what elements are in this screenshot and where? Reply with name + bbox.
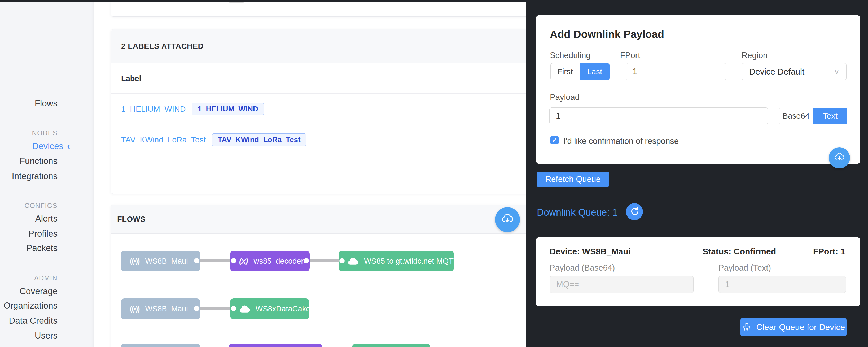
sidebar-group-configs: CONFIGS	[25, 199, 58, 212]
flow-node-label: ws85_decoder	[253, 257, 304, 265]
flow-node-label: WS8B_Maui	[145, 257, 188, 265]
connector-dot	[339, 258, 345, 263]
clear-broom-icon	[742, 322, 752, 332]
sidebar-item-devices[interactable]: Devices‹	[32, 139, 70, 153]
region-select-value: Device Default	[749, 67, 804, 77]
scheduling-last-button[interactable]: Last	[580, 63, 610, 80]
label-link[interactable]: 1_HELIUM_WIND	[121, 105, 186, 114]
queued-downlink-card: Device: WS8B_Maui Status: Confirmed FPor…	[536, 237, 860, 307]
flow-node-integration[interactable]: WS8xDataCake	[230, 298, 309, 319]
flow-node-device[interactable]: ((•)) WS8B_Maui	[121, 251, 200, 271]
add-downlink-card: Add Downlink Payload Scheduling FPort Re…	[536, 15, 860, 164]
antenna-icon: ((•))	[130, 305, 139, 313]
flows-card-title: FLOWS	[117, 215, 146, 224]
scheduling-segmented: First Last	[550, 63, 610, 80]
base64-button[interactable]: Base64	[779, 108, 813, 124]
flow-node-device-partial[interactable]	[121, 344, 200, 347]
refetch-queue-button[interactable]: Refetch Queue	[536, 172, 609, 187]
sidebar-item-profiles[interactable]: Profiles	[28, 227, 58, 241]
sidebar-item-coverage[interactable]: Coverage	[20, 284, 58, 298]
connector-dot	[231, 306, 236, 311]
top-dark-bar	[0, 0, 868, 2]
check-icon: ✓	[552, 137, 557, 144]
cloud-icon	[239, 305, 250, 313]
flow-connector	[197, 259, 234, 262]
sidebar-item-functions[interactable]: Functions	[20, 154, 58, 168]
text-button[interactable]: Text	[813, 108, 847, 124]
refresh-queue-button[interactable]	[626, 203, 643, 220]
flow-node-label: WS85 to gt.wildc.net MQTT	[364, 257, 454, 265]
sidebar-item-data-credits[interactable]: Data Credits	[9, 314, 58, 328]
payload-base64-value	[550, 276, 693, 293]
chevron-down-icon: ∨	[834, 68, 840, 75]
chevron-left-icon: ‹	[67, 141, 70, 151]
fport-input[interactable]	[626, 63, 726, 80]
sidebar-group-admin: ADMIN	[34, 271, 58, 285]
labels-attached-card: 2 LABELS ATTACHED Label 1_HELIUM_WIND 1_…	[111, 29, 528, 194]
table-row: TAV_KWind_LoRa_Test TAV_KWind_LoRa_Test	[111, 124, 528, 155]
flow-node-integration-partial[interactable]	[352, 344, 430, 347]
sidebar-item-users[interactable]: Users	[35, 329, 58, 343]
clear-queue-label: Clear Queue for Device	[756, 322, 845, 332]
queued-status: Status: Confirmed	[703, 247, 776, 257]
label-link[interactable]: TAV_KWind_LoRa_Test	[121, 135, 206, 144]
sidebar-item-organizations[interactable]: Organizations	[3, 299, 58, 313]
flow-node-function-partial[interactable]	[229, 344, 322, 347]
payload-input[interactable]	[549, 108, 768, 124]
flow-connector	[306, 259, 342, 262]
flow-node-integration[interactable]: WS85 to gt.wildc.net MQTT	[339, 251, 454, 271]
scheduling-label: Scheduling	[550, 51, 590, 60]
cloud-download-icon	[500, 212, 514, 227]
sidebar: Flows NODES Devices‹ Functions Integrati…	[0, 0, 94, 347]
top-partial-card	[111, 2, 528, 17]
antenna-icon: ((•))	[130, 257, 139, 265]
region-label: Region	[742, 51, 768, 60]
sidebar-group-nodes: NODES	[32, 126, 58, 140]
drawer-title: Add Downlink Payload	[550, 28, 664, 40]
flow-node-device[interactable]: ((•)) WS8B_Maui	[121, 298, 200, 319]
payload-base64-label: Payload (Base64)	[550, 263, 615, 273]
queued-device-name: Device: WS8B_Maui	[550, 247, 631, 257]
flow-node-function[interactable]: (x) ws85_decoder	[230, 251, 310, 271]
sidebar-item-integrations[interactable]: Integrations	[12, 169, 58, 183]
flow-node-label: WS8B_Maui	[145, 305, 188, 313]
refresh-icon	[630, 206, 639, 217]
connector-dot	[194, 306, 199, 311]
labels-column-header: Label	[111, 63, 528, 94]
fport-label: FPort	[620, 51, 640, 60]
flow-connector	[197, 307, 234, 310]
sidebar-item-devices-label: Devices	[32, 141, 63, 151]
cloud-icon	[348, 257, 358, 265]
sidebar-item-packets[interactable]: Packets	[27, 241, 58, 255]
sidebar-item-alerts[interactable]: Alerts	[35, 212, 58, 226]
confirmation-checkbox-label[interactable]: I'd like confirmation of response	[563, 136, 679, 146]
flows-download-button[interactable]	[495, 207, 520, 232]
flow-node-label: WS8xDataCake	[255, 305, 309, 313]
payload-text-value	[718, 276, 846, 293]
scheduling-first-button[interactable]: First	[550, 63, 580, 80]
payload-encoding-segmented: Base64 Text	[779, 108, 847, 124]
table-row: 1_HELIUM_WIND 1_HELIUM_WIND	[111, 94, 528, 124]
submit-downlink-button[interactable]	[829, 147, 850, 169]
payload-text-label: Payload (Text)	[718, 263, 771, 273]
sidebar-item-flows[interactable]: Flows	[35, 96, 58, 110]
connector-dot	[231, 258, 236, 263]
downlink-queue-label: Downlink Queue: 1	[537, 207, 617, 218]
flows-card-header: FLOWS	[111, 205, 528, 234]
connector-dot	[304, 258, 309, 263]
cloud-download-icon	[834, 151, 845, 164]
flows-card: FLOWS ((•)) WS8B_Maui (x) ws85_decoder	[111, 205, 528, 347]
labels-card-title: 2 LABELS ATTACHED	[121, 42, 204, 51]
clear-queue-button[interactable]: Clear Queue for Device	[741, 318, 846, 336]
queued-fport: FPort: 1	[813, 247, 845, 257]
label-tag[interactable]: 1_HELIUM_WIND	[192, 103, 264, 115]
downlink-drawer: Add Downlink Payload Scheduling FPort Re…	[526, 0, 868, 347]
function-icon: (x)	[239, 257, 248, 265]
labels-card-header: 2 LABELS ATTACHED	[111, 29, 528, 63]
app-root: Flows NODES Devices‹ Functions Integrati…	[0, 0, 868, 347]
label-tag[interactable]: TAV_KWind_LoRa_Test	[212, 134, 306, 146]
payload-label: Payload	[550, 93, 580, 102]
confirmation-checkbox[interactable]: ✓	[550, 136, 559, 144]
connector-dot	[194, 258, 199, 263]
region-select[interactable]: Device Default ∨	[742, 63, 846, 80]
